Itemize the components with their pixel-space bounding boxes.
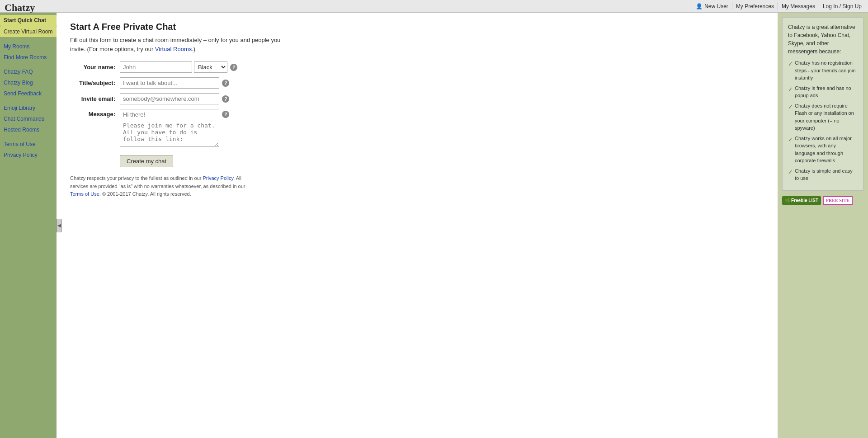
title-help-icon[interactable]: ? [222, 80, 229, 87]
check-text-3: Chatzy does not require Flash or any ins… [795, 102, 858, 132]
check-text-5: Chatzy is simple and easy to use [795, 167, 858, 182]
right-sidebar: Chatzy is a great alternative to Faceboo… [778, 13, 868, 438]
title-input[interactable] [120, 77, 219, 89]
check-item-2: ✓ Chatzy is free and has no popup ads [788, 85, 858, 99]
footer-text: Chatzy respects your privacy to the full… [70, 174, 260, 198]
sidebar-divider-4 [0, 135, 57, 139]
sidebar-item-feedback[interactable]: Send Feedback [0, 88, 57, 99]
sidebar-item-terms[interactable]: Terms of Use [0, 139, 57, 150]
sidebar-item-commands[interactable]: Chat Commands [0, 113, 57, 124]
freebie-badge[interactable]: 🌿 Freebie LIST [782, 196, 821, 205]
main-layout: Start Quick Chat Create Virtual Room My … [0, 13, 868, 438]
sidebar-divider-2 [0, 63, 57, 66]
form-description: Fill out this form to create a chat room… [70, 36, 287, 53]
email-input[interactable] [120, 93, 219, 104]
sidebar-item-blog[interactable]: Chatzy Blog [0, 77, 57, 88]
freebie-icon: 🌿 [785, 198, 790, 203]
app-logo: Chatzy [5, 2, 35, 14]
name-row: Your name: Black Red Blue Green Purple O… [70, 61, 287, 73]
sidebar-item-find-rooms[interactable]: Find More Rooms [0, 52, 57, 63]
checkmark-icon-4: ✓ [788, 135, 793, 144]
terms-of-use-link[interactable]: Terms of Use [70, 191, 99, 197]
check-text-1: Chatzy has no registration steps - your … [795, 59, 858, 82]
title-label: Title/subject: [70, 80, 120, 86]
sidebar-item-hosted[interactable]: Hosted Rooms [0, 124, 57, 135]
message-textarea[interactable] [120, 120, 219, 147]
top-nav-bar: Chatzy Desktop View 👤 New User My Prefer… [0, 0, 868, 13]
sidebar-item-faq[interactable]: Chatzy FAQ [0, 66, 57, 77]
virtual-rooms-link[interactable]: Virtual Rooms [155, 46, 192, 52]
sidebar-divider-3 [0, 99, 57, 103]
checkmark-icon-1: ✓ [788, 60, 793, 69]
message-help-icon[interactable]: ? [222, 111, 229, 118]
check-text-2: Chatzy is free and has no popup ads [795, 85, 858, 99]
email-row: Invite email: ? [70, 93, 287, 104]
message-top-input[interactable] [120, 109, 219, 120]
check-item-4: ✓ Chatzy works on all major browsers, wi… [788, 135, 858, 165]
new-user-link[interactable]: 👤 New User [692, 2, 732, 10]
email-label: Invite email: [70, 95, 120, 102]
sidebar: Start Quick Chat Create Virtual Room My … [0, 13, 57, 438]
sidebar-item-emoji[interactable]: Emoji Library [0, 103, 57, 113]
check-item-1: ✓ Chatzy has no registration steps - you… [788, 59, 858, 82]
privacy-policy-link[interactable]: Privacy Policy [203, 175, 233, 181]
check-text-4: Chatzy works on all major browsers, with… [795, 135, 858, 165]
email-help-icon[interactable]: ? [222, 95, 229, 103]
create-chat-button[interactable]: Create my chat [120, 155, 173, 167]
messages-link[interactable]: My Messages [778, 2, 819, 10]
info-intro: Chatzy is a great alternative to Faceboo… [788, 23, 858, 56]
sidebar-item-virtual-room[interactable]: Create Virtual Room [0, 26, 57, 37]
checkmark-icon-3: ✓ [788, 103, 793, 112]
checkmark-icon-2: ✓ [788, 85, 793, 94]
badges-area: 🌿 Freebie LIST FREE SITE [782, 196, 863, 205]
color-select[interactable]: Black Red Blue Green Purple Orange [194, 61, 227, 73]
check-item-5: ✓ Chatzy is simple and easy to use [788, 167, 858, 182]
message-label: Message: [70, 109, 120, 118]
login-link[interactable]: Log In / Sign Up [819, 2, 865, 10]
message-row: Message: ? [70, 109, 287, 147]
name-help-icon[interactable]: ? [230, 64, 237, 71]
info-box: Chatzy is a great alternative to Faceboo… [782, 17, 863, 191]
sidebar-item-my-rooms[interactable]: My Rooms [0, 41, 57, 52]
preferences-link[interactable]: My Preferences [732, 2, 778, 10]
user-icon: 👤 [696, 3, 703, 9]
form-title: Start A Free Private Chat [70, 22, 287, 32]
check-item-3: ✓ Chatzy does not require Flash or any i… [788, 102, 858, 132]
message-wrapper [120, 109, 219, 147]
form-container: Start A Free Private Chat Fill out this … [70, 22, 287, 198]
main-content: Start A Free Private Chat Fill out this … [57, 13, 778, 438]
sidebar-item-quick-chat[interactable]: Start Quick Chat [0, 15, 57, 26]
title-row: Title/subject: ? [70, 77, 287, 89]
sidebar-collapse-handle[interactable]: ◀ [57, 219, 62, 232]
sidebar-item-privacy[interactable]: Privacy Policy [0, 150, 57, 160]
checkmark-icon-5: ✓ [788, 168, 793, 177]
sidebar-divider-1 [0, 38, 57, 41]
free-site-badge[interactable]: FREE SITE [823, 196, 853, 205]
name-input[interactable] [120, 61, 192, 73]
name-label: Your name: [70, 64, 120, 71]
